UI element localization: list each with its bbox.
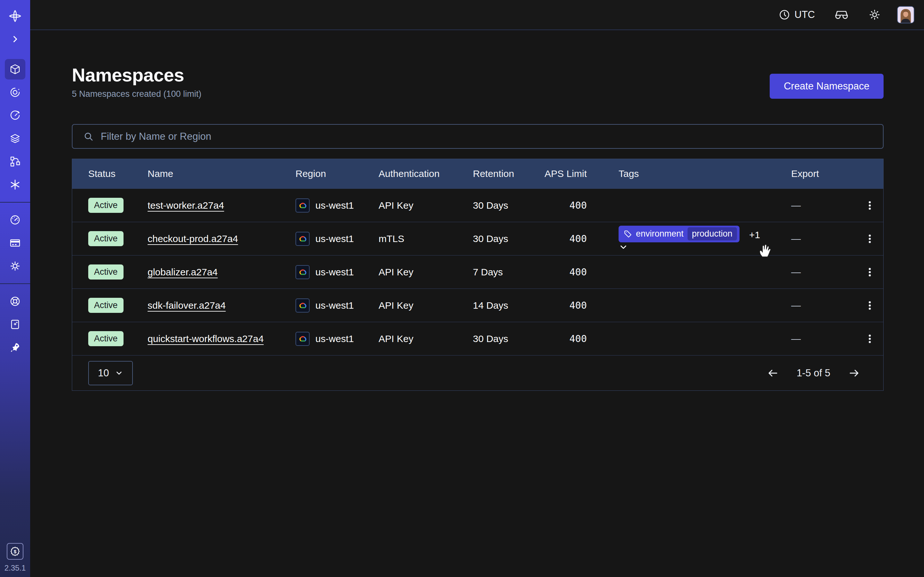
sun-icon: [869, 9, 880, 21]
export-status: —: [791, 300, 856, 311]
row-menu-button[interactable]: [862, 298, 877, 313]
col-header-status: Status: [88, 168, 148, 179]
page-size-select[interactable]: 10: [88, 361, 133, 385]
row-menu-button[interactable]: [862, 231, 877, 247]
tag-pill[interactable]: environment production: [619, 226, 740, 242]
namespace-link[interactable]: checkout-prod.a27a4: [148, 234, 238, 244]
sidebar-item-usage[interactable]: [5, 210, 25, 230]
sidebar-item-namespaces[interactable]: [5, 59, 25, 79]
user-avatar[interactable]: [897, 6, 914, 23]
region-label: us-west1: [315, 200, 354, 211]
layers-icon: [9, 133, 21, 144]
filter-input[interactable]: [100, 131, 872, 143]
pagination-bar: 10 1-5 of 5: [72, 355, 883, 390]
namespace-link[interactable]: globalizer.a27a4: [148, 267, 218, 277]
sparkle-doc-icon: [9, 319, 21, 330]
rocket-icon: [9, 342, 21, 353]
col-header-export: Export: [791, 168, 856, 179]
aps-limit: 400: [532, 200, 587, 211]
retention-period: 7 Days: [473, 267, 532, 277]
auth-method: API Key: [379, 334, 473, 344]
sidebar-item-quickstart[interactable]: [5, 337, 25, 358]
sidebar-item-plan-usage[interactable]: $: [7, 543, 23, 560]
retention-period: 30 Days: [473, 334, 532, 344]
row-menu-button[interactable]: [862, 264, 877, 280]
sidebar-divider: [0, 284, 30, 284]
status-badge: Active: [88, 331, 124, 346]
timezone-selector[interactable]: UTC: [779, 9, 815, 21]
table-row[interactable]: Active globalizer.a27a4 us-west1 API Key…: [72, 255, 883, 288]
sidebar-expand-button[interactable]: [5, 29, 25, 49]
col-header-region: Region: [296, 168, 379, 179]
previous-page-button[interactable]: [767, 367, 779, 379]
export-status: —: [791, 334, 856, 344]
timezone-label: UTC: [795, 9, 815, 21]
temporal-logo[interactable]: [5, 6, 25, 26]
table-row[interactable]: Active quickstart-workflows.a27a4 us-wes…: [72, 322, 883, 355]
region-label: us-west1: [315, 334, 354, 344]
table-row[interactable]: Active checkout-prod.a27a4 us-west1 mTLS…: [72, 222, 883, 255]
aps-limit: 400: [532, 333, 587, 344]
aps-limit: 400: [532, 266, 587, 277]
orbit-icon: [9, 87, 21, 98]
retention-period: 30 Days: [473, 234, 532, 244]
sidebar-item-getting-started[interactable]: [5, 314, 25, 335]
export-status: —: [791, 234, 856, 244]
create-namespace-button[interactable]: Create Namespace: [770, 74, 884, 99]
gcp-cloud-icon: [296, 232, 310, 246]
feedback-button[interactable]: [833, 7, 850, 23]
sidebar-item-settings[interactable]: [5, 256, 25, 276]
kebab-menu-icon: [864, 334, 875, 344]
arrow-right-icon: [848, 367, 860, 379]
theme-toggle-button[interactable]: [867, 7, 882, 23]
row-menu-button[interactable]: [862, 198, 877, 213]
app-version: 2.35.1: [5, 564, 26, 572]
kebab-menu-icon: [864, 300, 875, 311]
sidebar-item-insights[interactable]: [5, 82, 25, 103]
glasses-icon: [835, 9, 848, 20]
filter-bar[interactable]: [72, 124, 884, 149]
sidebar-divider: [0, 202, 30, 203]
tags-expand-chevron-icon[interactable]: [619, 242, 764, 252]
export-status: —: [791, 267, 856, 277]
kebab-menu-icon: [864, 200, 875, 211]
gauge-icon: [9, 214, 21, 226]
namespace-link[interactable]: sdk-failover.a27a4: [148, 300, 226, 311]
sidebar-item-batch[interactable]: [5, 128, 25, 149]
aps-limit: 400: [532, 300, 587, 311]
col-header-aps-limit: APS Limit: [532, 168, 587, 179]
table-row[interactable]: Active test-worker.a27a4 us-west1 API Ke…: [72, 189, 883, 222]
col-header-name: Name: [148, 168, 296, 179]
kebab-menu-icon: [864, 267, 875, 277]
row-menu-button[interactable]: [862, 331, 877, 347]
lifebuoy-icon: [9, 295, 21, 307]
chevron-down-icon: [115, 369, 123, 377]
sidebar-item-nexus[interactable]: [5, 174, 25, 195]
status-badge: Active: [88, 298, 124, 313]
kebab-menu-icon: [864, 234, 875, 244]
aps-limit: 400: [532, 233, 587, 244]
page-subtitle: 5 Namespaces created (100 limit): [72, 89, 202, 99]
gear-icon: [9, 260, 21, 272]
namespace-link[interactable]: test-worker.a27a4: [148, 200, 224, 211]
gcp-cloud-icon: [296, 265, 310, 279]
main-content: Namespaces 5 Namespaces created (100 lim…: [30, 30, 924, 577]
sidebar: $ 2.35.1: [0, 0, 30, 577]
sidebar-item-support[interactable]: [5, 291, 25, 311]
table-row[interactable]: Active sdk-failover.a27a4 us-west1 API K…: [72, 288, 883, 322]
tag-group: environment production +1: [619, 226, 764, 252]
asterisk-icon: [9, 179, 21, 190]
tag-icon: [624, 230, 632, 238]
sidebar-item-schedules[interactable]: [5, 105, 25, 126]
next-page-button[interactable]: [848, 367, 860, 379]
export-status: —: [791, 200, 856, 211]
namespace-link[interactable]: quickstart-workflows.a27a4: [148, 334, 264, 344]
arrow-left-icon: [767, 367, 779, 379]
col-header-retention: Retention: [473, 168, 532, 179]
temporal-logo-icon: [9, 10, 21, 22]
page-title: Namespaces: [72, 65, 202, 85]
auth-method: API Key: [379, 267, 473, 277]
sidebar-item-workflows[interactable]: [5, 151, 25, 172]
status-badge: Active: [88, 264, 124, 279]
sidebar-item-billing[interactable]: [5, 233, 25, 253]
